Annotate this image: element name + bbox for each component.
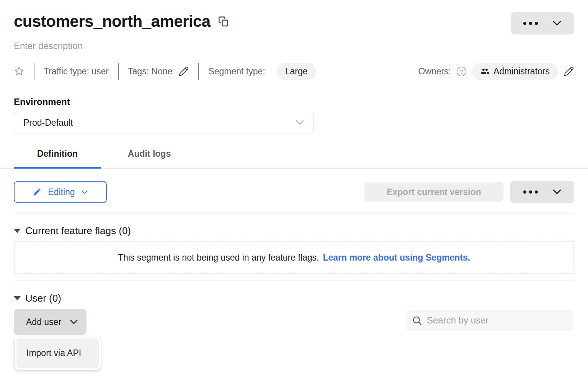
owners-field: Owners: ? Administrators [418,63,574,80]
header-more-button[interactable] [511,12,574,34]
owners-value: Administrators [493,66,550,77]
divider [14,213,574,213]
pencil-icon [33,187,42,197]
traffic-type-label: Traffic type: user [44,66,109,77]
chevron-down-icon [295,120,304,125]
owners-badge: Administrators [472,63,558,80]
description-field[interactable]: Enter description [14,41,574,51]
editing-mode-button[interactable]: Editing [14,181,107,203]
user-controls-row: Add user Import via API [14,309,574,335]
feature-flags-empty-state: This segment is not being used in any fe… [14,241,574,274]
feature-flags-empty-message: This segment is not being used in any fe… [118,253,319,263]
divider [14,281,574,281]
owners-label: Owners: [418,66,451,77]
feature-flags-section-header[interactable]: Current feature flags (0) [14,225,574,237]
environment-select[interactable]: Prod-Default [14,112,314,133]
star-icon[interactable] [14,66,24,77]
divider [198,63,199,80]
export-current-version-button[interactable]: Export current version [364,182,503,202]
page-title: customers_north_america [14,12,211,31]
editing-label: Editing [48,187,75,197]
environment-selected-value: Prod-Default [23,118,73,128]
edit-owners-icon[interactable] [564,66,574,77]
copy-icon[interactable] [218,16,229,27]
ellipsis-icon [523,22,538,25]
tags-label: Tags: None [128,66,172,77]
divider [34,63,34,80]
definition-more-button[interactable] [510,181,574,203]
user-heading: User (0) [25,292,61,304]
environment-label: Environment [14,97,574,107]
tags-field: Tags: None [128,66,189,77]
divider [118,63,119,80]
tab-bar: Definition Audit logs [0,149,588,169]
add-user-button[interactable]: Add user [14,309,87,335]
tab-audit-logs[interactable]: Audit logs [101,149,198,168]
chevron-down-icon [70,320,78,325]
segment-type-field: Segment type: Large [208,63,316,80]
chevron-down-icon [552,189,562,195]
definition-toolbar: Editing Export current version [14,181,574,203]
menu-item-import-via-api[interactable]: Import via API [16,338,99,368]
help-icon[interactable]: ? [456,66,467,77]
ellipsis-icon [523,190,538,194]
add-user-dropdown-menu: Import via API [15,336,101,370]
segment-type-label: Segment type: [208,66,265,77]
chevron-down-icon [81,190,88,194]
segment-detail-page: customers_north_america Enter descriptio… [0,12,588,335]
tab-definition[interactable]: Definition [14,149,101,168]
meta-row: Traffic type: user Tags: None Segment ty… [14,63,574,80]
learn-more-link[interactable]: Learn more about using Segments. [323,253,470,263]
page-header: customers_north_america [14,12,574,34]
feature-flags-heading: Current feature flags (0) [25,225,131,237]
people-icon [480,67,490,76]
user-search-box [406,310,574,331]
collapse-triangle-icon [14,229,21,233]
collapse-triangle-icon [14,296,21,300]
edit-tags-icon[interactable] [178,66,189,77]
search-by-user-input[interactable] [427,315,568,326]
search-icon [412,315,422,326]
user-section-header[interactable]: User (0) [14,292,574,304]
svg-text:?: ? [460,69,463,75]
add-user-label: Add user [26,317,61,327]
segment-type-badge: Large [277,63,316,80]
chevron-down-icon [552,21,562,26]
